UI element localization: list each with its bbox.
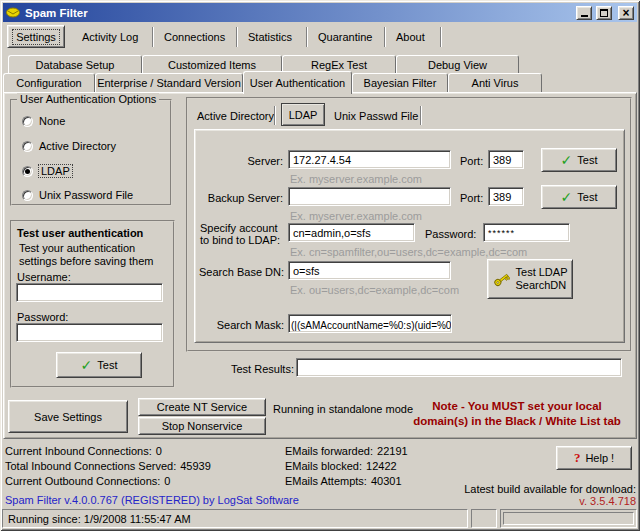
test-auth-button-label: Test	[97, 359, 117, 371]
radio-active-directory[interactable]: Active Directory	[22, 140, 116, 152]
bind-password-label: Password:	[425, 228, 476, 241]
test-backup-server-button[interactable]: ✓ Test	[541, 185, 617, 209]
tab-separator	[440, 27, 442, 47]
stat-current-outbound: Current Outbound Connections:0	[5, 475, 170, 487]
subtab-anti-virus[interactable]: Anti Virus	[448, 73, 542, 92]
test-results-label: Test Results:	[231, 363, 294, 376]
search-base-dn-label: Search Base DN:	[199, 266, 284, 279]
minimize-button[interactable]	[576, 6, 592, 20]
check-icon: ✓	[561, 154, 573, 166]
tab-settings[interactable]: Settings	[7, 25, 65, 48]
server-port-label: Port:	[460, 155, 483, 168]
radio-unix-password-file[interactable]: Unix Password File	[22, 189, 133, 201]
server-hint: Ex. myserver.example.com	[290, 173, 422, 185]
test-backup-label: Test	[577, 191, 597, 203]
subtab-bayesian-filter[interactable]: Bayesian Filter	[352, 73, 448, 92]
stop-nonservice-button[interactable]: Stop Nonservice	[138, 417, 266, 435]
tab-quarantine[interactable]: Quarantine	[318, 31, 372, 44]
innertab-unix-passwd-file[interactable]: Unix Passwd File	[334, 110, 418, 123]
stat-emails-forwarded: EMails forwarded:22191	[285, 445, 408, 457]
save-settings-button[interactable]: Save Settings	[8, 400, 128, 433]
bind-password-input[interactable]: ******	[483, 223, 570, 242]
status-bar-progress-panel	[500, 509, 637, 528]
question-icon: ?	[574, 452, 581, 464]
latest-build-version: v. 3.5.4.718	[579, 495, 636, 508]
tab-separator	[384, 27, 386, 47]
bind-account-input[interactable]: cn=admin,o=sfs	[288, 223, 415, 242]
server-label: Server:	[203, 155, 283, 168]
bind-hint: Ex. cn=spamfilter,ou=users,dc=example,dc…	[290, 246, 527, 258]
subtab-debug-view[interactable]: Debug View	[396, 55, 519, 73]
password-input[interactable]	[16, 323, 163, 342]
radio-active-directory-label: Active Directory	[39, 140, 116, 152]
app-icon	[6, 7, 21, 18]
innertab-active-directory[interactable]: Active Directory	[197, 110, 274, 123]
help-button[interactable]: ? Help !	[556, 446, 632, 470]
check-icon: ✓	[561, 191, 573, 203]
close-button[interactable]: ×	[618, 6, 634, 20]
radio-unix-label: Unix Password File	[39, 189, 133, 201]
test-ldap-searchdn-label: Test LDAP SearchDN	[516, 266, 568, 292]
auth-options-legend: User Authentication Options	[17, 93, 159, 106]
progress-indicator	[503, 512, 634, 525]
tab-about[interactable]: About	[396, 31, 425, 44]
search-base-dn-input[interactable]: o=sfs	[288, 261, 451, 280]
tab-activity-log[interactable]: Activity Log	[82, 31, 138, 44]
test-server-button[interactable]: ✓ Test	[541, 148, 617, 172]
radio-ldap-label: LDAP	[39, 165, 72, 177]
registered-version-text: Spam Filter v.4.0.0.767 (REGISTERED) by …	[5, 494, 299, 507]
spam-filter-window: Spam Filter × Settings Activity Log Conn…	[0, 0, 640, 531]
stat-emails-attempts: EMails Attempts:40301	[285, 475, 402, 487]
radio-none[interactable]: None	[22, 115, 65, 127]
test-results-input[interactable]	[296, 358, 622, 377]
domains-note: Note - You MUST set your local domain(s)…	[398, 399, 636, 429]
status-bar-running-since: Running since: 1/9/2008 11:55:47 AM	[2, 509, 468, 528]
close-icon: ×	[622, 8, 629, 18]
bind-account-label-line2: to bind to LDAP:	[200, 234, 280, 247]
maximize-button[interactable]	[596, 6, 612, 20]
search-mask-input[interactable]: (|(sAMAccountName=%0:s)(uid=%0:s)(U	[288, 314, 452, 333]
backup-hint: Ex. myserver.example.com	[290, 210, 422, 222]
radio-none-label: None	[39, 115, 65, 127]
key-icon	[493, 272, 510, 287]
test-user-auth-title: Test user authentication	[17, 227, 143, 240]
test-ldap-searchdn-button[interactable]: Test LDAP SearchDN	[487, 259, 573, 299]
tab-separator	[152, 27, 154, 47]
server-port-input[interactable]: 389	[488, 150, 524, 169]
subtab-user-authentication[interactable]: User Authentication	[243, 71, 352, 94]
standalone-mode-text: Running in standalone mode	[273, 403, 413, 416]
running-since-text: Running since: 1/9/2008 11:55:47 AM	[8, 513, 191, 525]
check-icon: ✓	[81, 359, 93, 371]
titlebar[interactable]: Spam Filter ×	[3, 3, 637, 22]
backup-port-label: Port:	[460, 192, 483, 205]
tab-separator	[420, 106, 422, 125]
search-mask-label: Search Mask:	[199, 319, 284, 332]
radio-circle	[22, 190, 33, 201]
server-input[interactable]: 172.27.4.54	[288, 150, 451, 169]
username-input[interactable]	[16, 283, 163, 302]
tab-statistics[interactable]: Statistics	[248, 31, 292, 44]
maximize-icon	[600, 9, 608, 17]
create-nt-service-button[interactable]: Create NT Service	[138, 398, 266, 416]
radio-ldap[interactable]: LDAP	[22, 165, 72, 177]
radio-circle	[22, 116, 33, 127]
test-user-auth-description: Test your authentication settings before…	[19, 242, 167, 268]
subtab-configuration[interactable]: Configuration	[3, 73, 95, 92]
tab-separator	[274, 106, 276, 125]
backup-server-label: Backup Server:	[203, 192, 283, 205]
stat-total-inbound: Total Inbound Connections Served:45939	[5, 460, 211, 472]
base-dn-hint: Ex. ou=users,dc=example,dc=com	[290, 284, 459, 296]
backup-server-input[interactable]	[288, 187, 451, 206]
test-server-label: Test	[577, 154, 597, 166]
stat-current-inbound: Current Inbound Connections:0	[5, 445, 162, 457]
stat-emails-blocked: EMails blocked:12422	[285, 460, 397, 472]
subtab-enterprise-standard-version[interactable]: Enterprise / Standard Version	[95, 73, 243, 92]
innertab-ldap[interactable]: LDAP	[281, 103, 325, 126]
status-bar-panel	[471, 509, 497, 528]
backup-port-input[interactable]: 389	[488, 187, 524, 206]
minimize-icon	[581, 15, 588, 17]
test-auth-button[interactable]: ✓ Test	[56, 352, 142, 378]
subtab-database-setup[interactable]: Database Setup	[8, 55, 142, 73]
tab-separator	[236, 27, 238, 47]
tab-connections[interactable]: Connections	[164, 31, 225, 44]
